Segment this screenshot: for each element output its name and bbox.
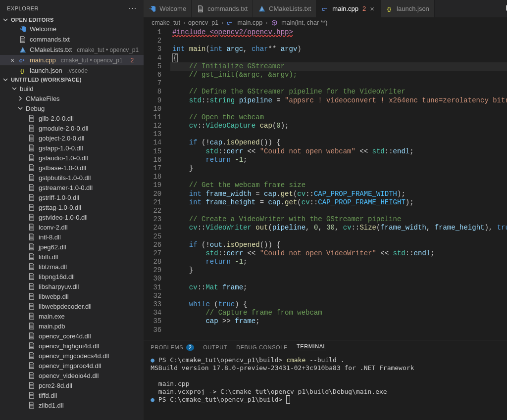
- chevron-down-icon: [17, 106, 24, 111]
- file-row[interactable]: gobject-2.0-0.dll: [0, 133, 144, 143]
- svg-text:{}: {}: [387, 5, 391, 11]
- chevron-down-icon: [2, 17, 9, 22]
- file-row[interactable]: iconv-2.dll: [0, 222, 144, 232]
- file-row[interactable]: opencv_highgui4d.dll: [0, 341, 144, 351]
- file-row[interactable]: gstpbutils-1.0-0.dll: [0, 173, 144, 183]
- file-row[interactable]: main.exe: [0, 311, 144, 321]
- file-icon: [28, 332, 36, 340]
- open-editor-item[interactable]: ×commands.txt: [0, 34, 144, 45]
- svg-text:C⁺: C⁺: [19, 58, 25, 63]
- file-row[interactable]: jpeg62.dll: [0, 242, 144, 252]
- file-icon: [28, 273, 36, 280]
- file-row[interactable]: libwebp.dll: [0, 291, 144, 301]
- file-name: libpng16d.dll: [39, 273, 75, 280]
- file-row[interactable]: intl-8.dll: [0, 232, 144, 242]
- file-row[interactable]: gmodule-2.0-0.dll: [0, 123, 144, 133]
- code-content[interactable]: #include <opencv2/opencv.hpp> int main(i…: [170, 28, 507, 340]
- file-row[interactable]: opencv_core4d.dll: [0, 331, 144, 341]
- file-row[interactable]: libpng16d.dll: [0, 272, 144, 281]
- file-row[interactable]: gstapp-1.0-0.dll: [0, 143, 144, 153]
- tab-label: Welcome: [159, 5, 186, 12]
- file-icon: [28, 282, 36, 290]
- file-path: cmake_tut • opencv_p1: [77, 47, 139, 53]
- file-name: gstriff-1.0-0.dll: [39, 194, 79, 201]
- file-row[interactable]: gstaudio-1.0-0.dll: [0, 153, 144, 163]
- breadcrumb-item[interactable]: main(int, char **): [281, 19, 327, 26]
- tab-label: CMakeLists.txt: [269, 5, 311, 12]
- folder-row[interactable]: build: [0, 84, 144, 93]
- file-row[interactable]: libsharpyuv.dll: [0, 281, 144, 291]
- file-name: opencv_imgcodecs4d.dll: [39, 352, 109, 360]
- editor-tab[interactable]: CMakeLists.txt: [253, 0, 316, 17]
- file-name: libwebp.dll: [39, 293, 69, 300]
- file-row[interactable]: opencv_imgcodecs4d.dll: [0, 351, 144, 361]
- open-editor-item[interactable]: ×CMakeLists.txtcmake_tut • opencv_p1: [0, 45, 144, 55]
- close-icon[interactable]: ×: [9, 57, 16, 64]
- file-name: main.pdb: [39, 323, 65, 330]
- file-name: gstapp-1.0-0.dll: [39, 144, 83, 152]
- file-name: gsttag-1.0-0.dll: [39, 204, 81, 211]
- file-icon: [28, 401, 36, 409]
- open-editor-item[interactable]: ×C⁺main.cppcmake_tut • opencv_p12: [0, 55, 144, 65]
- file-name: opencv_videoio4d.dll: [39, 372, 99, 379]
- breadcrumb-item[interactable]: opencv_p1: [188, 19, 218, 26]
- cpp-icon: C⁺: [321, 5, 329, 13]
- open-editors-section[interactable]: OPEN EDITORS: [0, 16, 144, 24]
- file-icon: [28, 302, 36, 310]
- file-row[interactable]: main.pdb: [0, 321, 144, 331]
- bottom-panel: PROBLEMS 2 OUTPUT DEBUG CONSOLE TERMINAL…: [144, 340, 507, 420]
- run-icon[interactable]: [504, 4, 507, 13]
- file-row[interactable]: glib-2.0-0.dll: [0, 113, 144, 123]
- file-row[interactable]: libwebpdecoder.dll: [0, 301, 144, 311]
- cpp-icon: C⁺: [226, 19, 234, 27]
- output-tab[interactable]: OUTPUT: [203, 344, 227, 350]
- file-row[interactable]: gstriff-1.0-0.dll: [0, 192, 144, 202]
- breadcrumb-item[interactable]: main.cpp: [237, 19, 262, 26]
- file-icon: [28, 174, 36, 182]
- editor-tab[interactable]: commands.txt: [192, 0, 253, 17]
- editor-tab[interactable]: C⁺main.cpp2×: [316, 0, 381, 17]
- file-row[interactable]: gstbase-1.0-0.dll: [0, 163, 144, 173]
- close-icon[interactable]: ×: [369, 4, 375, 13]
- file-name: pcre2-8d.dll: [39, 382, 72, 389]
- terminal-body[interactable]: ● PS C:\cmake_tut\opencv_p1\build> cmake…: [144, 354, 507, 420]
- folder-row[interactable]: Debug: [0, 103, 144, 113]
- workspace-section[interactable]: UNTITLED (WORKSPACE): [0, 76, 144, 84]
- file-row[interactable]: libffi.dll: [0, 252, 144, 262]
- folder-row[interactable]: CMakeFiles: [0, 93, 144, 103]
- editor-tab[interactable]: Welcome: [144, 0, 192, 17]
- file-row[interactable]: gstreamer-1.0-0.dll: [0, 183, 144, 192]
- file-name: zlibd1.dll: [39, 402, 64, 409]
- file-icon: [28, 372, 36, 379]
- file-icon: [28, 114, 36, 122]
- breadcrumbs[interactable]: cmake_tut›opencv_p1›C⁺main.cpp›main(int,…: [144, 17, 507, 28]
- code-editor[interactable]: 1234567891011121314151617181920212223242…: [144, 28, 507, 340]
- file-name: Welcome: [30, 25, 56, 33]
- file-row[interactable]: opencv_videoio4d.dll: [0, 371, 144, 380]
- open-editor-item[interactable]: ×Welcome: [0, 24, 144, 34]
- file-row[interactable]: opencv_imgproc4d.dll: [0, 361, 144, 371]
- file-name: libffi.dll: [39, 253, 58, 261]
- file-name: gstbase-1.0-0.dll: [39, 164, 86, 172]
- svg-text:C⁺: C⁺: [227, 21, 232, 26]
- file-row[interactable]: liblzma.dll: [0, 262, 144, 272]
- file-row[interactable]: tiffd.dll: [0, 390, 144, 400]
- problems-tab[interactable]: PROBLEMS 2: [151, 344, 194, 351]
- more-actions-icon[interactable]: ···: [129, 4, 137, 13]
- file-row[interactable]: zlibd1.dll: [0, 400, 144, 410]
- terminal-tab[interactable]: TERMINAL: [297, 343, 326, 351]
- file-row[interactable]: gstvideo-1.0-0.dll: [0, 212, 144, 222]
- file-row[interactable]: gsttag-1.0-0.dll: [0, 202, 144, 212]
- file-name: tiffd.dll: [39, 392, 57, 399]
- file-name: glib-2.0-0.dll: [39, 115, 74, 122]
- vscode-icon: [149, 5, 156, 13]
- error-count: 2: [131, 57, 134, 64]
- debug-console-tab[interactable]: DEBUG CONSOLE: [236, 344, 288, 350]
- breadcrumb-item[interactable]: cmake_tut: [152, 19, 180, 26]
- file-name: CMakeLists.txt: [30, 46, 72, 53]
- open-editor-item[interactable]: ×{}launch.json.vscode: [0, 65, 144, 76]
- file-row[interactable]: pcre2-8d.dll: [0, 380, 144, 390]
- json-icon: {}: [19, 67, 27, 75]
- file-icon: [28, 184, 36, 191]
- editor-tab[interactable]: {}launch.json: [381, 0, 435, 17]
